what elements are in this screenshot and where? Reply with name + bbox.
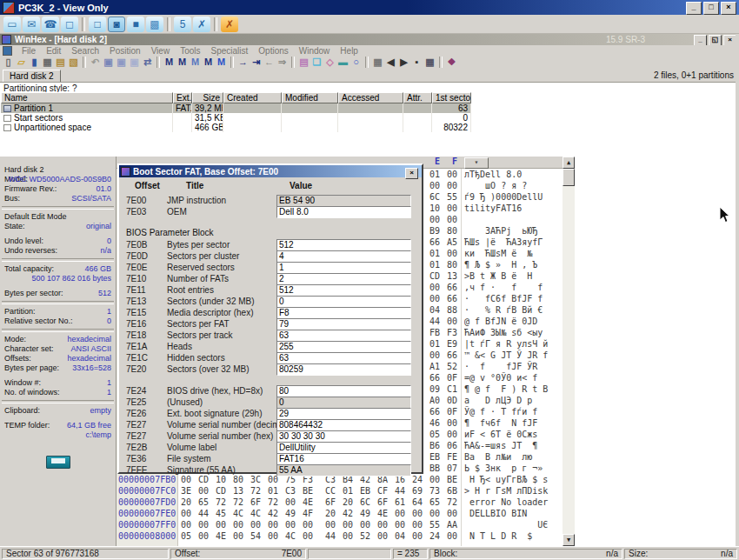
find-again-icon[interactable]: M [215, 57, 228, 69]
undo-icon[interactable]: ↶ [89, 57, 102, 69]
prev-window-icon[interactable]: ◀ [384, 57, 397, 69]
menu-position[interactable]: Position [110, 46, 141, 56]
field-value-input[interactable]: 79 [276, 318, 411, 330]
grid-icon[interactable]: ▦ [423, 57, 436, 69]
pc3k-minimize-button[interactable]: _ [686, 2, 702, 15]
menu-specialist[interactable]: Specialist [210, 46, 248, 56]
find-text-icon[interactable]: M [163, 57, 176, 69]
properties-icon[interactable]: ▤ [54, 57, 67, 69]
menu-tools[interactable]: Tools [180, 46, 200, 56]
field-value-input[interactable]: 80259 [276, 363, 411, 376]
window-stack-icon[interactable]: ❏ [310, 57, 323, 69]
goto-block-icon[interactable]: ⇥ [250, 57, 263, 69]
menu-help[interactable]: Help [340, 46, 358, 56]
snapshot-icon[interactable]: ▧ [67, 57, 80, 69]
goto-offset-icon[interactable]: → [236, 57, 250, 69]
send-message-icon[interactable]: ✉ [23, 17, 40, 32]
disk-search-icon[interactable]: ○ [350, 57, 363, 69]
session-settings-icon[interactable]: 5 [174, 17, 191, 32]
menu-options[interactable]: Options [258, 46, 288, 56]
charset-dropdown-button[interactable]: ▾ [464, 157, 489, 169]
table-row[interactable]: Start sectors31,5 KB0 [1, 113, 471, 123]
tools-icon[interactable]: ✗ [193, 17, 210, 32]
field-value-input[interactable]: 63 [276, 330, 411, 342]
find-again-icon-glyph: M [217, 57, 225, 68]
field-value-input[interactable]: 0 [276, 296, 411, 308]
view-custom-icon[interactable]: ▩ [146, 17, 163, 32]
tab-hard-disk-2[interactable]: Hard disk 2 [3, 70, 61, 83]
menu-search[interactable]: Search [71, 46, 99, 56]
sidebar-row: 500 107 862 016 bytes [4, 274, 111, 283]
field-value-input[interactable]: 80 [276, 385, 411, 397]
column-header-1st-sector[interactable]: 1st sector [432, 92, 471, 103]
column-header-size[interactable]: Size [192, 92, 223, 103]
field-value-input[interactable]: F8 [276, 307, 411, 319]
hex-row[interactable]: 0000000800005004E0054004C004400520004002… [117, 530, 563, 542]
back-icon[interactable]: ← [263, 57, 276, 69]
field-value-input[interactable]: FAT16 [276, 453, 411, 465]
field-value-input[interactable]: 2 [276, 273, 411, 285]
continue-search-icon[interactable]: M [189, 57, 202, 69]
column-header-ext-[interactable]: Ext. ▴ [173, 92, 192, 103]
pc3k-close-button[interactable]: × [721, 2, 736, 15]
screen-share-icon[interactable]: ▭ [3, 17, 21, 32]
ram-editor-icon[interactable]: ▬ [336, 57, 350, 69]
phone-icon[interactable]: ☎ [42, 17, 59, 32]
field-value-input[interactable]: 512 [276, 239, 411, 251]
field-value-input[interactable]: 808464432 [276, 419, 411, 431]
paste-new-icon[interactable]: ▣ [128, 57, 141, 69]
table-row[interactable]: Partition 1FAT...39,2 MB63 [1, 103, 471, 113]
hex-row[interactable]: 00000007FF000000000000000000000000000005… [117, 519, 563, 530]
hex-byte-e: B6 [429, 440, 446, 451]
pc3k-maximize-button[interactable]: □ [703, 2, 719, 15]
help-book-icon[interactable]: ❖ [445, 57, 458, 69]
print-icon[interactable]: ▦ [41, 57, 54, 69]
copy-icon[interactable]: ▣ [102, 57, 115, 69]
field-value-input[interactable]: 512 [276, 284, 411, 297]
paste-write-icon[interactable]: ▣ [115, 57, 128, 69]
calculator-icon[interactable]: ▦ [371, 57, 384, 69]
column-header-modified[interactable]: Modified [282, 92, 338, 103]
field-value-input[interactable]: 255 [276, 341, 411, 353]
replace-hex-icon[interactable]: M [202, 57, 215, 69]
field-value-input[interactable]: Dell 8.0 [276, 206, 411, 218]
next-window-icon[interactable]: ▶ [397, 57, 410, 69]
open-file-icon[interactable]: ▱ [15, 57, 28, 69]
find-hex-icon[interactable]: M [176, 57, 189, 69]
column-header-accessed[interactable]: Accessed [338, 92, 403, 103]
open-disk-icon[interactable]: ▤ [297, 57, 310, 69]
view-window-icon[interactable]: □ [89, 17, 106, 32]
field-value-input[interactable]: 1 [276, 262, 411, 274]
field-value-input[interactable]: 4 [276, 250, 411, 263]
scrollbar-thumb[interactable] [563, 169, 575, 186]
table-row[interactable]: Unpartitioned space466 GB80322 [1, 123, 471, 132]
column-header-created[interactable]: Created [223, 92, 282, 103]
scroll-down-button[interactable]: ▼ [563, 534, 575, 546]
eraser-icon[interactable]: ◇ [323, 57, 336, 69]
field-value-input[interactable]: DellUtility [276, 442, 411, 454]
view-scaled-icon[interactable]: ◙ [108, 17, 125, 32]
menu-file[interactable]: File [22, 46, 36, 56]
hex-row[interactable]: 00000007FD0206572726F72004E6F206C6F61646… [117, 497, 563, 508]
chat-icon[interactable]: ◻ [61, 17, 78, 32]
hex-row[interactable]: 00000007FC03E00CD137201C3BECC01EBCF44697… [117, 485, 563, 497]
menu-edit[interactable]: Edit [46, 46, 61, 56]
column-header-name[interactable]: Name [1, 92, 173, 103]
field-value-input[interactable]: 63 [276, 352, 411, 364]
column-header-attr-[interactable]: Attr. [403, 92, 432, 103]
convert-icon[interactable]: ⇄ [141, 57, 154, 69]
menu-view[interactable]: View [151, 46, 170, 56]
menu-window[interactable]: Window [299, 46, 330, 56]
field-value-input[interactable]: 30 30 30 30 [276, 430, 411, 443]
scroll-up-button[interactable]: ▲ [563, 157, 575, 169]
close-session-icon[interactable]: ✗ [221, 17, 238, 32]
new-file-icon[interactable]: ▯ [2, 57, 15, 69]
forward-icon[interactable]: ⇒ [276, 57, 289, 69]
view-full-icon[interactable]: ■ [127, 17, 144, 32]
save-icon[interactable]: ▮ [28, 57, 41, 69]
field-value-input[interactable]: 29 [276, 408, 411, 420]
dialog-close-button[interactable]: × [405, 168, 418, 179]
hex-row[interactable]: 00000007FE00044454C4C42494F2042494E00000… [117, 508, 563, 519]
hex-vertical-scrollbar[interactable]: ▲ ▼ [563, 157, 575, 546]
camera-icon[interactable]: ▪ [410, 57, 423, 69]
